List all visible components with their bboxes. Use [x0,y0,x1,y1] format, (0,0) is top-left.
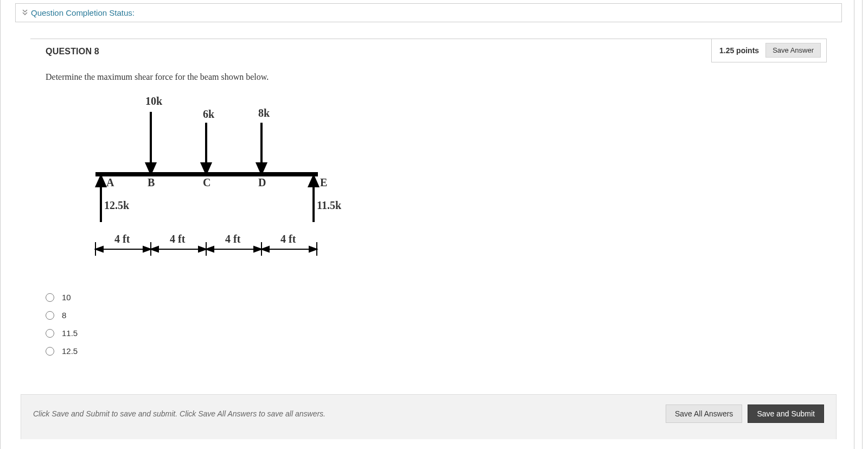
span-1: 4 ft [114,233,130,245]
option-2-label: 8 [62,311,66,320]
span-4: 4 ft [280,233,296,245]
node-b: B [148,176,155,189]
load-label-c: 6k [203,108,214,121]
node-e: E [320,176,327,189]
svg-marker-6 [257,163,266,173]
points-box: 1.25 points Save Answer [711,39,827,62]
save-all-answers-button[interactable]: Save All Answers [666,404,742,423]
chevron-down-icon [22,10,28,16]
reaction-e: 11.5k [317,199,341,212]
question-prompt: Determine the maximum shear force for th… [30,72,827,82]
svg-marker-10 [309,176,318,186]
span-2: 4 ft [170,233,185,245]
reaction-a: 12.5k [104,199,129,212]
svg-marker-26 [261,246,269,252]
option-1-label: 10 [62,293,71,302]
node-c: C [203,176,210,189]
option-4-label: 12.5 [62,346,78,356]
option-4[interactable]: 12.5 [46,342,827,360]
load-label-b: 10k [145,95,162,107]
option-2-radio[interactable] [46,311,54,320]
svg-marker-20 [151,246,158,252]
completion-status-bar[interactable]: Question Completion Status: [15,3,842,22]
save-and-submit-button[interactable]: Save and Submit [748,404,824,423]
footer-bar: Click Save and Submit to save and submit… [21,394,837,439]
option-3[interactable]: 11.5 [46,324,827,342]
save-answer-button[interactable]: Save Answer [765,43,821,58]
svg-marker-4 [202,163,210,173]
svg-marker-27 [309,246,317,252]
svg-marker-23 [206,246,214,252]
svg-marker-2 [146,163,155,173]
option-1[interactable]: 10 [46,288,827,306]
option-3-label: 11.5 [62,328,78,338]
points-value: 1.25 points [719,46,759,55]
option-1-radio[interactable] [46,293,54,302]
question-title: QUESTION 8 [30,47,99,56]
svg-marker-8 [97,176,105,186]
node-d: D [258,176,266,189]
option-3-radio[interactable] [46,329,54,338]
option-2[interactable]: 8 [46,306,827,324]
answer-options: 10 8 11.5 12.5 [30,288,827,360]
svg-marker-17 [95,246,103,252]
load-label-d: 8k [258,107,270,119]
beam-diagram: 10k 6k 8k A B C D E 12.5k 11.5k 4 ft 4 f… [63,93,345,267]
completion-status-label: Question Completion Status: [31,8,135,17]
node-a: A [106,176,114,189]
footer-hint: Click Save and Submit to save and submit… [33,409,326,418]
option-4-radio[interactable] [46,347,54,356]
question-block: QUESTION 8 1.25 points Save Answer Deter… [30,39,827,376]
span-3: 4 ft [225,233,240,245]
